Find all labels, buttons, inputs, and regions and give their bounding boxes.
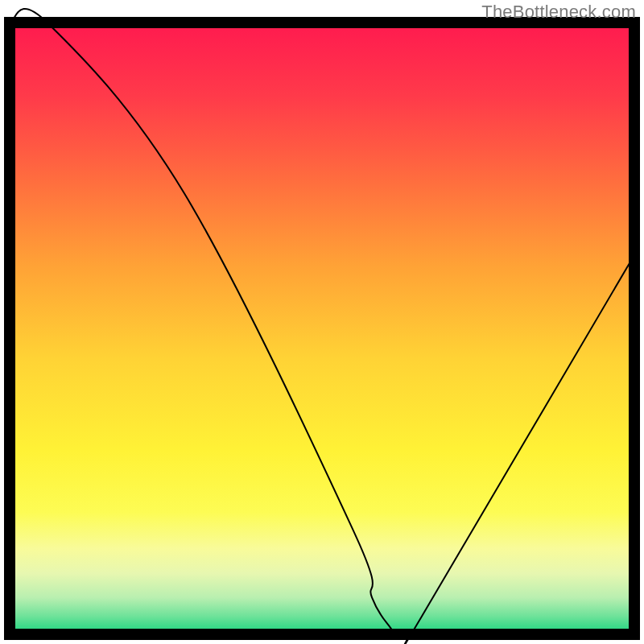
chart-container: TheBottleneck.com xyxy=(0,0,644,644)
watermark-text: TheBottleneck.com xyxy=(481,2,636,23)
plot-background xyxy=(10,23,634,634)
bottleneck-chart xyxy=(0,0,644,644)
